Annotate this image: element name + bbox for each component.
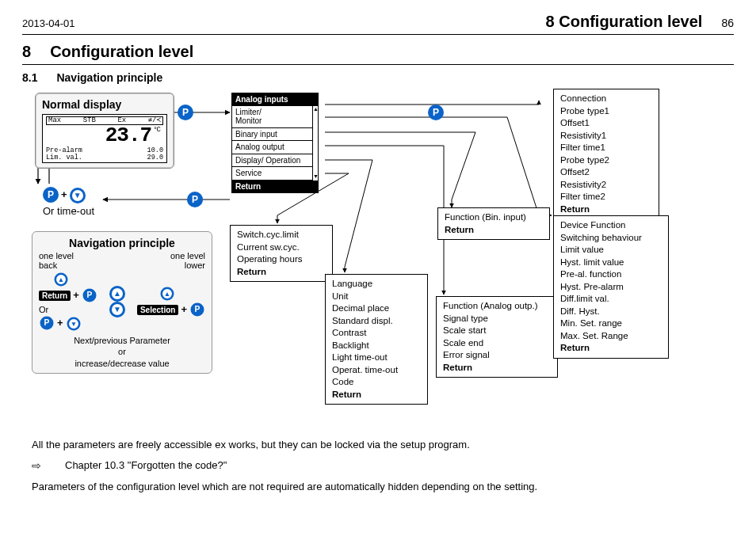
lcd-row2-l: Lim. val. [46,154,82,162]
param-item: Contrast [332,327,421,340]
menu-item: Binary input [232,128,312,142]
center-arrows [109,286,125,317]
p-button-icon: P [43,187,59,203]
param-item: Light time-out [332,352,421,364]
lcd-top-max: Max [48,117,61,124]
param-item: Language [332,278,421,291]
right-combo: Selection+P [137,286,205,317]
down-arrow-icon [67,317,80,330]
param-return: Return [443,362,551,374]
document-page: 2013-04-01 8 Configuration level 86 8 Co… [0,0,756,536]
param-item: Limit value [560,244,662,257]
param-item: Scale start [443,325,551,337]
param-item: Switching behaviour [560,232,662,245]
section-title: Configuration level [50,43,193,61]
param-item: Standard displ. [332,315,421,328]
nav-caption-2: increase/decrease value [39,358,205,370]
body-reference: Chapter 10.3 "Forgotten the code?" [65,458,227,473]
display-params-box: Language Unit Decimal place Standard dis… [325,274,428,405]
param-item: Diff. Hyst. [560,306,662,318]
down-arrow-icon [109,302,125,317]
page-header: 2013-04-01 8 Configuration level 86 [22,13,734,35]
normal-display-panel: Normal display Max STB Ex ≄/≺ 23.7 °C Pr… [35,93,174,169]
lcd-display: Max STB Ex ≄/≺ 23.7 °C Pre-alarm10.0 Lim… [42,114,167,163]
p-button-icon: P [40,317,54,330]
param-item: Offset1 [560,117,652,130]
param-item: Probe type1 [560,105,652,118]
header-chapter-title: 8 Configuration level [546,13,703,31]
param-item: Filter time2 [560,191,652,203]
return-pill: Return [39,291,71,301]
param-item: Hyst. limit value [560,257,662,269]
param-item: Current sw.cyc. [237,241,326,254]
menu-item: Display/ Operation [232,154,312,168]
header-date: 2013-04-01 [22,17,75,29]
body-paragraph-2: Parameters of the configuration level wh… [32,479,729,495]
nav-caption-1: Next/previous Parameter [39,335,205,347]
param-item: Device Function [560,219,662,232]
down-arrow-icon [70,188,86,203]
p-button-icon: P [178,105,193,120]
lcd-top-stb: STB [83,117,96,124]
one-level-lower-label: one level lower [170,251,205,270]
or-label: Or [39,305,48,314]
normal-display-title: Normal display [42,98,167,111]
limiter-params-box: Device Function Switching behaviour Limi… [553,215,669,359]
one-level-back-label: one level back [39,251,74,270]
analog-inputs-params-box: Connection Probe type1 Offset1 Resistivi… [553,89,659,219]
param-item: Resistivity2 [560,179,652,192]
param-item: Max. Set. Range [560,330,662,343]
param-item: Pre-al. function [560,268,662,281]
lcd-row2-r: 29.0 [147,154,163,162]
left-combo: Return+P Or P+ [39,272,97,332]
param-item: Hyst. Pre-alarm [560,281,662,294]
analog-output-params-box: Function (Analog outp.) Signal type Scal… [436,296,558,378]
param-item: Unit [332,291,421,303]
param-item: Offset2 [560,166,652,179]
section-number: 8 [22,43,31,61]
param-item: Operat. time-out [332,364,421,377]
param-return: Return [445,224,543,237]
body-paragraph-1: All the parameters are freely accessible… [32,437,729,453]
menu-item: Limiter/ Monitor [232,106,312,128]
subsection-heading: 8.1 Navigation principle [22,71,734,84]
param-item: Signal type [443,313,551,325]
param-item: Switch.cyc.limit [237,229,326,241]
param-return: Return [332,389,421,401]
param-item: Probe type2 [560,154,652,167]
navigation-principle-panel: Navigation principle one level back one … [32,231,212,374]
lcd-unit: °C [153,127,160,134]
menu-footer: Return [232,181,318,193]
lcd-value: 23.7 [105,125,151,146]
param-item: Decimal place [332,302,421,315]
p-button-icon: P [428,105,444,120]
param-item: Backlight [332,340,421,352]
param-item: Filter time1 [560,142,652,154]
param-item: Code [332,376,421,389]
binary-input-params-box: Function (Bin. input) Return [437,207,550,240]
header-page-number: 86 [721,17,734,29]
config-menu-panel: Analog inputs Limiter/ Monitor Binary in… [231,93,319,193]
param-return: Return [237,266,326,279]
selection-pill: Selection [137,305,178,315]
up-arrow-icon [109,286,125,302]
menu-item: Analog output [232,141,312,154]
section-heading: 8 Configuration level [22,43,734,65]
subsection-title: Navigation principle [56,71,162,84]
param-item: Connection [560,93,652,105]
p-button-icon: P [82,289,96,302]
param-item: Operating hours [237,253,326,266]
or-timeout-label: Or time-out [43,205,94,217]
service-params-box: Switch.cyc.limit Current sw.cyc. Operati… [230,225,333,282]
param-return: Return [560,203,652,216]
param-item: Scale end [443,337,551,350]
up-arrow-icon [55,273,68,287]
up-arrow-icon [160,287,174,300]
reference-arrow-icon: ⇨ [32,458,41,474]
p-button-icon: P [187,192,203,207]
menu-header: Analog inputs [232,93,318,106]
subsection-number: 8.1 [22,71,37,84]
body-text: All the parameters are freely accessible… [32,437,729,494]
menu-item: Service [232,167,312,181]
param-return: Return [560,342,662,355]
